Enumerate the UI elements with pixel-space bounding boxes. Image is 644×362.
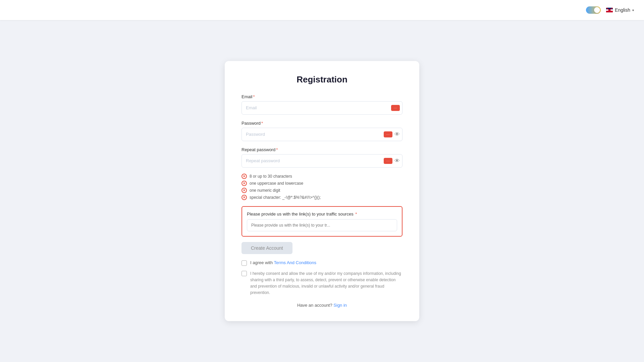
validation-item-3: one numeric digit [241, 188, 402, 193]
repeat-password-input-wrapper: ··· 👁 [241, 154, 402, 168]
repeat-password-required: * [276, 147, 278, 152]
password-required: * [261, 121, 263, 126]
traffic-required: * [354, 212, 357, 217]
repeat-password-label: Repeat password* [241, 147, 402, 152]
email-dots-badge[interactable]: ··· [391, 105, 400, 111]
password-dots-badge[interactable]: ··· [384, 131, 392, 137]
validation-icon-1 [241, 174, 247, 179]
have-account-row: Have an account? Sign in [241, 303, 402, 308]
card-title: Registration [241, 74, 402, 85]
registration-card: Registration Email* ··· Password* ··· 👁 … [225, 61, 419, 321]
email-group: Email* ··· [241, 94, 402, 115]
terms-link[interactable]: Terms And Conditions [274, 260, 316, 265]
repeat-password-eye-icon[interactable]: 👁 [394, 158, 400, 164]
validation-text-3: one numeric digit [250, 188, 280, 193]
password-eye-icon[interactable]: 👁 [394, 131, 400, 137]
password-group: Password* ··· 👁 [241, 121, 402, 141]
repeat-password-dots-badge[interactable]: ··· [384, 158, 392, 164]
validation-text-2: one uppercase and lowercase [250, 181, 303, 186]
validation-text-4: special character: _-!@*.$%?&#!/\>^{}(); [250, 195, 321, 200]
email-input-wrapper: ··· [241, 101, 402, 115]
consent-checkbox-row: I hereby consent and allow the use of my… [241, 270, 402, 296]
terms-checkbox-row: I agree with Terms And Conditions [241, 260, 402, 266]
email-label: Email* [241, 94, 402, 99]
email-icons: ··· [391, 105, 400, 111]
validation-text-1: 8 or up to 30 characters [250, 174, 292, 179]
create-account-button[interactable]: Create Account [241, 242, 292, 254]
top-bar: English ▾ [0, 0, 644, 20]
validation-item-2: one uppercase and lowercase [241, 181, 402, 186]
traffic-section: Please provide us with the link(s) to yo… [241, 206, 402, 237]
terms-checkbox[interactable] [241, 260, 247, 266]
password-icons: ··· 👁 [384, 131, 400, 137]
chevron-down-icon: ▾ [632, 8, 634, 12]
traffic-input[interactable] [247, 219, 397, 231]
password-input[interactable] [241, 128, 402, 141]
theme-toggle[interactable] [586, 6, 601, 14]
email-input[interactable] [241, 101, 402, 115]
password-input-wrapper: ··· 👁 [241, 128, 402, 141]
consent-text: I hereby consent and allow the use of my… [250, 270, 402, 296]
toggle-switch[interactable] [586, 6, 601, 14]
language-label: English [615, 7, 630, 13]
sign-in-link[interactable]: Sign in [333, 303, 347, 308]
validation-icon-2 [241, 181, 247, 186]
consent-checkbox[interactable] [241, 271, 247, 276]
repeat-password-input[interactable] [241, 154, 402, 168]
repeat-password-icons: ··· 👁 [384, 158, 400, 164]
traffic-label: Please provide us with the link(s) to yo… [247, 212, 397, 217]
validation-icon-3 [241, 188, 247, 193]
email-required: * [253, 94, 255, 99]
validation-list: 8 or up to 30 characters one uppercase a… [241, 174, 402, 200]
validation-icon-4 [241, 195, 247, 200]
repeat-password-group: Repeat password* ··· 👁 [241, 147, 402, 168]
flag-icon [606, 8, 613, 12]
terms-checkbox-label: I agree with Terms And Conditions [250, 260, 316, 265]
validation-item-1: 8 or up to 30 characters [241, 174, 402, 179]
language-selector[interactable]: English ▾ [606, 7, 634, 13]
password-label: Password* [241, 121, 402, 126]
validation-item-4: special character: _-!@*.$%?&#!/\>^{}(); [241, 195, 402, 200]
